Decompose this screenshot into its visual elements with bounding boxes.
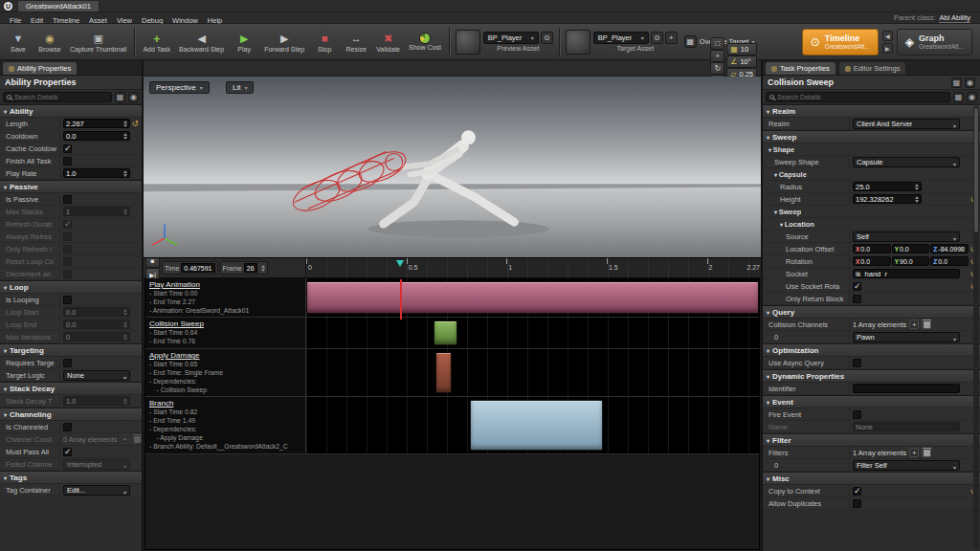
- x-field[interactable]: X0.0: [853, 256, 891, 266]
- rotation-snap-icon[interactable]: ∠ 10°: [726, 55, 757, 68]
- checkbox[interactable]: [853, 499, 861, 508]
- checkbox[interactable]: [853, 487, 861, 496]
- eye-icon[interactable]: ◉: [128, 92, 139, 102]
- spin-arrows-icon[interactable]: [915, 182, 919, 192]
- dropdown[interactable]: Filter Self: [853, 460, 960, 471]
- grid-snap-icon[interactable]: ▦ 10: [726, 43, 757, 55]
- timeline-track[interactable]: Play Animation - Start Time 0.00- End Ti…: [145, 278, 759, 318]
- toolbar-button[interactable]: Resize: [341, 26, 371, 58]
- spin-arrows-icon[interactable]: [123, 396, 127, 407]
- section-header[interactable]: Tags: [0, 471, 142, 484]
- spinbox[interactable]: 0: [63, 332, 130, 342]
- add-element-icon[interactable]: [909, 320, 919, 329]
- track-lane[interactable]: [306, 349, 759, 396]
- text-field[interactable]: None: [853, 422, 960, 431]
- spin-arrows-icon[interactable]: [915, 194, 919, 205]
- spin-arrows-icon[interactable]: [123, 320, 127, 330]
- dropdown[interactable]: Interrupted: [63, 459, 130, 470]
- timeline-mode-button[interactable]: ⊙ Timeline GreatswordAtt...: [802, 29, 879, 55]
- timeline-track[interactable]: Apply Damage - Start Time 0.65- End Time…: [145, 349, 759, 397]
- section-header[interactable]: Targeting: [0, 343, 142, 357]
- parent-class-value[interactable]: Abl Ability: [939, 13, 970, 23]
- spinbox[interactable]: 1.0: [63, 396, 130, 406]
- section-header[interactable]: Misc: [763, 472, 980, 485]
- toolbar-button[interactable]: Play: [229, 26, 259, 58]
- section-header[interactable]: Passive: [0, 180, 142, 193]
- toolbar-button[interactable]: Save: [3, 26, 33, 58]
- grid-icon[interactable]: ▦: [115, 92, 125, 102]
- toolbar-button[interactable]: Forward Step: [260, 26, 308, 58]
- timeline-ruler[interactable]: 00.511.522.27: [305, 258, 761, 277]
- checkbox[interactable]: [63, 157, 72, 165]
- section-header[interactable]: Query: [763, 305, 980, 319]
- checkbox[interactable]: [63, 144, 72, 153]
- checkbox[interactable]: [63, 423, 72, 431]
- timeline-track[interactable]: Collision Sweep - Start Time 0.64- End T…: [145, 318, 759, 349]
- checkbox[interactable]: [63, 220, 72, 229]
- checkbox[interactable]: [63, 448, 72, 456]
- spin-arrows-icon[interactable]: [123, 131, 127, 142]
- track-bar[interactable]: [306, 281, 759, 314]
- next-mode-icon[interactable]: ▶: [882, 43, 893, 54]
- dropdown[interactable]: Client And Server: [853, 119, 960, 129]
- spinbox[interactable]: 2.267: [63, 119, 130, 128]
- tab-ability-properties[interactable]: Ability Properties: [2, 61, 78, 75]
- spinbox[interactable]: 25.0: [853, 182, 922, 191]
- section-header[interactable]: Ability: [0, 104, 142, 118]
- scrollbar-thumb[interactable]: [974, 108, 978, 232]
- track-lane[interactable]: [306, 278, 759, 317]
- checkbox[interactable]: [853, 295, 861, 303]
- track-name[interactable]: Branch: [149, 399, 301, 408]
- time-field[interactable]: Time 0.467591: [162, 261, 218, 275]
- frame-field[interactable]: Frame 26: [220, 261, 268, 275]
- section-header[interactable]: Sweep: [763, 130, 980, 143]
- spinbox[interactable]: 0.0: [63, 320, 130, 329]
- add-element-icon[interactable]: [909, 448, 919, 457]
- text-field[interactable]: ik_hand_r: [853, 269, 960, 278]
- spin-arrows-icon[interactable]: [123, 332, 127, 342]
- delete-elements-icon[interactable]: [922, 320, 931, 329]
- checkbox[interactable]: [853, 282, 861, 291]
- spinbox[interactable]: 192.328262: [853, 194, 922, 204]
- section-header[interactable]: Event: [763, 395, 980, 408]
- rotate-tool-icon[interactable]: [710, 62, 724, 75]
- checkbox[interactable]: [63, 245, 72, 253]
- add-target-icon[interactable]: +: [665, 32, 678, 44]
- use-selected-asset-icon[interactable]: ⊙: [651, 32, 663, 44]
- spin-arrows-icon[interactable]: [123, 168, 127, 179]
- section-header[interactable]: Filter: [763, 433, 980, 447]
- preview-asset-dropdown[interactable]: BP_Player: [483, 32, 539, 44]
- track-name[interactable]: Play Animation: [149, 280, 301, 289]
- dropdown[interactable]: Self: [853, 231, 960, 242]
- spinbox[interactable]: 1.0: [63, 168, 130, 178]
- track-lane[interactable]: [306, 318, 759, 348]
- spinbox[interactable]: 1: [63, 207, 130, 216]
- z-field[interactable]: Z-84.0998: [930, 244, 969, 253]
- lit-dropdown[interactable]: Lit: [226, 81, 254, 94]
- prev-mode-icon[interactable]: ◀: [882, 31, 893, 41]
- checkbox[interactable]: [63, 257, 72, 266]
- reset-to-default-icon[interactable]: [130, 120, 140, 128]
- graph-mode-button[interactable]: ◈ Graph GreatswordAtt...: [897, 29, 972, 55]
- search-input[interactable]: Search Details: [766, 92, 950, 102]
- track-name[interactable]: Collision Sweep: [149, 320, 301, 328]
- checkbox[interactable]: [63, 195, 72, 204]
- panel-tab[interactable]: Task Properties: [765, 61, 836, 75]
- section-header[interactable]: Stack Decay: [0, 382, 142, 395]
- delete-elements-icon[interactable]: [922, 448, 931, 457]
- section-header[interactable]: Realm: [763, 104, 980, 118]
- track-name[interactable]: Apply Damage: [149, 351, 301, 360]
- dropdown[interactable]: Edit...: [63, 485, 130, 496]
- spin-arrows-icon[interactable]: [123, 207, 127, 217]
- add-element-icon[interactable]: [120, 434, 129, 444]
- track-bar[interactable]: [434, 320, 457, 345]
- spin-arrows-icon[interactable]: [123, 307, 127, 318]
- spin-arrows-icon[interactable]: [261, 263, 265, 274]
- scrollbar[interactable]: [973, 106, 979, 548]
- target-asset-thumbnail[interactable]: [566, 30, 590, 55]
- y-field[interactable]: Y90.0: [892, 256, 930, 266]
- toolbar-button[interactable]: Show Cost: [405, 26, 445, 58]
- toolbar-button[interactable]: Capture Thumbnail: [66, 26, 130, 58]
- playhead-marker[interactable]: [396, 260, 404, 267]
- panel-tab[interactable]: Editor Settings: [838, 61, 907, 75]
